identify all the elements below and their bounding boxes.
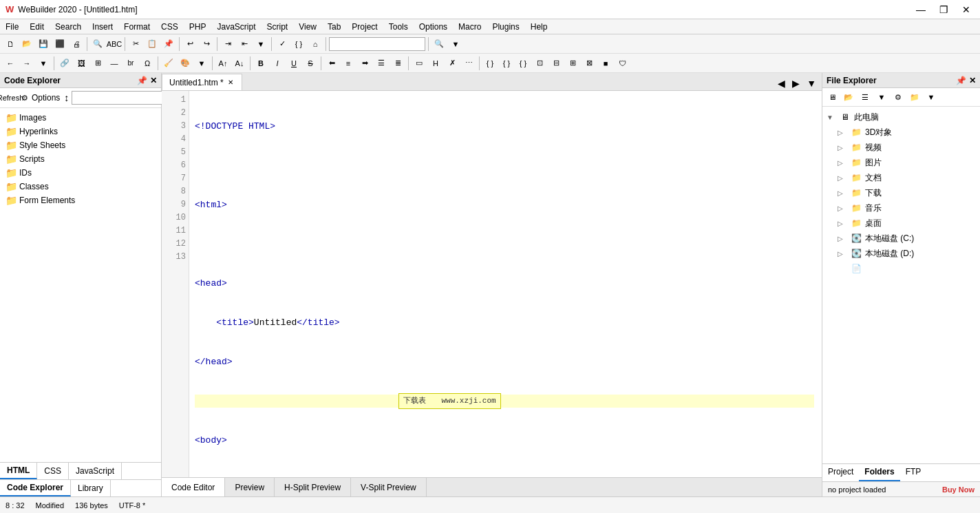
tab-html[interactable]: HTML — [0, 463, 37, 479]
br-button[interactable]: br — [123, 56, 138, 71]
minimize-button[interactable]: — — [912, 3, 930, 17]
pin-right-button[interactable]: 📌 — [956, 76, 966, 85]
align-center-button[interactable]: ≡ — [341, 56, 356, 71]
validator-button[interactable]: ✓ — [275, 36, 290, 52]
right-tab-project[interactable]: Project — [822, 464, 859, 481]
code-explorer-search[interactable] — [72, 91, 173, 105]
tree-item-scripts[interactable]: 📁 Scripts — [0, 152, 161, 166]
right-tab-ftp[interactable]: FTP — [900, 464, 927, 481]
rtree-item-desktop[interactable]: ▷ 📁 桌面 — [822, 216, 980, 231]
code-wrap-button[interactable]: ⌂ — [308, 36, 323, 52]
rtree-item-documents[interactable]: ▷ 📁 文档 — [822, 170, 980, 185]
options-label[interactable]: Options — [32, 93, 60, 103]
save-file-button[interactable]: 💾 — [36, 36, 51, 52]
link-button[interactable]: 🔗 — [57, 56, 72, 71]
save-all-button[interactable]: ⬛ — [52, 36, 67, 52]
strikethrough-button[interactable]: S — [303, 56, 318, 71]
code4-button[interactable]: ⊡ — [532, 56, 547, 71]
tab-code-editor[interactable]: Code Editor — [162, 478, 225, 496]
clean-button[interactable]: 🧹 — [161, 56, 176, 71]
rtree-item-3d[interactable]: ▷ 📁 3D对象 — [822, 125, 980, 140]
menu-insert[interactable]: Insert — [87, 19, 118, 34]
tab-library[interactable]: Library — [71, 480, 111, 496]
pin-left-button[interactable]: 📌 — [137, 76, 147, 85]
code1-button[interactable]: { } — [482, 56, 498, 71]
browse-dropdown[interactable]: ▼ — [448, 36, 463, 52]
rtree-item-pictures[interactable]: ▷ 📁 图片 — [822, 155, 980, 170]
paste-button[interactable]: 📌 — [161, 36, 176, 52]
menu-javascript[interactable]: JavaScript — [211, 19, 261, 34]
code7-button[interactable]: ⊠ — [582, 56, 597, 71]
close-right-button[interactable]: ✕ — [969, 76, 976, 85]
highlight-button[interactable]: H — [428, 56, 443, 71]
indent-button[interactable]: ⇥ — [220, 36, 235, 52]
menu-php[interactable]: PHP — [184, 19, 212, 34]
rtree-item-music[interactable]: ▷ 📁 音乐 — [822, 200, 980, 216]
font-size-down-button[interactable]: A↓ — [232, 56, 247, 71]
menu-tools[interactable]: Tools — [383, 19, 414, 34]
code5-button[interactable]: ⊟ — [548, 56, 564, 71]
right-add-dropdown[interactable]: ▼ — [924, 90, 939, 105]
rtree-item-downloads[interactable]: ▷ 📁 下载 — [822, 185, 980, 200]
menu-options[interactable]: Options — [414, 19, 453, 34]
hr-button[interactable]: — — [107, 56, 122, 71]
align-justify-button[interactable]: ☰ — [374, 56, 389, 71]
close-left-button[interactable]: ✕ — [150, 76, 157, 85]
rtree-item-computer[interactable]: ▼ 🖥 此电脑 — [822, 109, 980, 125]
find-button[interactable]: 🔍 — [90, 36, 105, 52]
tab-nav-down[interactable]: ▼ — [804, 76, 819, 90]
maximize-button[interactable]: ❐ — [935, 3, 952, 17]
rtree-item-video[interactable]: ▷ 📁 视频 — [822, 140, 980, 155]
format-dropdown[interactable]: ▼ — [253, 36, 268, 52]
menu-view[interactable]: View — [293, 19, 322, 34]
more-button[interactable]: ⋯ — [461, 56, 476, 71]
buy-now-button[interactable]: Buy Now — [942, 485, 974, 494]
menu-format[interactable]: Format — [118, 19, 156, 34]
redo-button[interactable]: ↪ — [199, 36, 214, 52]
right-home-button[interactable]: 🖥 — [824, 90, 840, 105]
tree-item-stylesheets[interactable]: 📁 Style Sheets — [0, 138, 161, 152]
right-settings-button[interactable]: ⚙ — [891, 90, 906, 105]
menu-file[interactable]: File — [0, 19, 24, 34]
code2-button[interactable]: { } — [499, 56, 514, 71]
code-content[interactable]: <!DOCTYPE HTML> <html> <head> <title>Unt… — [189, 91, 822, 477]
rtree-item-drive-d[interactable]: ▷ 💽 本地磁盘 (D:) — [822, 246, 980, 261]
image-button[interactable]: 🖼 — [74, 56, 89, 71]
undo-button[interactable]: ↩ — [182, 36, 198, 52]
list-button[interactable]: ≣ — [390, 56, 405, 71]
color-button[interactable]: 🎨 — [178, 56, 193, 71]
color-picker-dropdown[interactable]: ▼ — [194, 56, 209, 71]
tab-javascript[interactable]: JavaScript — [69, 463, 122, 479]
underline-button[interactable]: U — [286, 56, 301, 71]
tab-h-split-preview[interactable]: H-Split Preview — [275, 478, 351, 496]
close-button[interactable]: ✕ — [958, 3, 974, 17]
print-button[interactable]: 🖨 — [69, 36, 84, 52]
bold-button[interactable]: B — [253, 56, 268, 71]
right-view-button[interactable]: ☰ — [858, 90, 873, 105]
block-button[interactable]: ▭ — [412, 56, 427, 71]
menu-search[interactable]: Search — [50, 19, 87, 34]
tab-nav-right[interactable]: ▶ — [789, 76, 802, 90]
menu-script[interactable]: Script — [262, 19, 294, 34]
tree-item-form-elements[interactable]: 📁 Form Elements — [0, 193, 161, 207]
open-file-button[interactable]: 📂 — [19, 36, 34, 52]
table-button[interactable]: ⊞ — [90, 56, 105, 71]
tree-item-images[interactable]: 📁 Images — [0, 111, 161, 125]
right-folder-button[interactable]: 📂 — [841, 90, 856, 105]
tree-item-ids[interactable]: 📁 IDs — [0, 166, 161, 180]
menu-tab[interactable]: Tab — [322, 19, 346, 34]
tab-nav-left[interactable]: ◀ — [775, 76, 788, 90]
refresh-button[interactable]: Refresh — [3, 90, 18, 105]
align-left-button[interactable]: ⬅ — [324, 56, 339, 71]
copy-button[interactable]: 📋 — [145, 36, 160, 52]
clear-format-button[interactable]: ✗ — [445, 56, 460, 71]
nav-dropdown[interactable]: ▼ — [36, 56, 51, 71]
code9-button[interactable]: 🛡 — [615, 56, 630, 71]
outdent-button[interactable]: ⇤ — [237, 36, 252, 52]
right-view-dropdown[interactable]: ▼ — [874, 90, 889, 105]
menu-macro[interactable]: Macro — [453, 19, 487, 34]
align-right-button[interactable]: ➡ — [357, 56, 372, 71]
code8-button[interactable]: ■ — [598, 56, 613, 71]
menu-edit[interactable]: Edit — [24, 19, 50, 34]
tab-v-split-preview[interactable]: V-Split Preview — [351, 478, 427, 496]
